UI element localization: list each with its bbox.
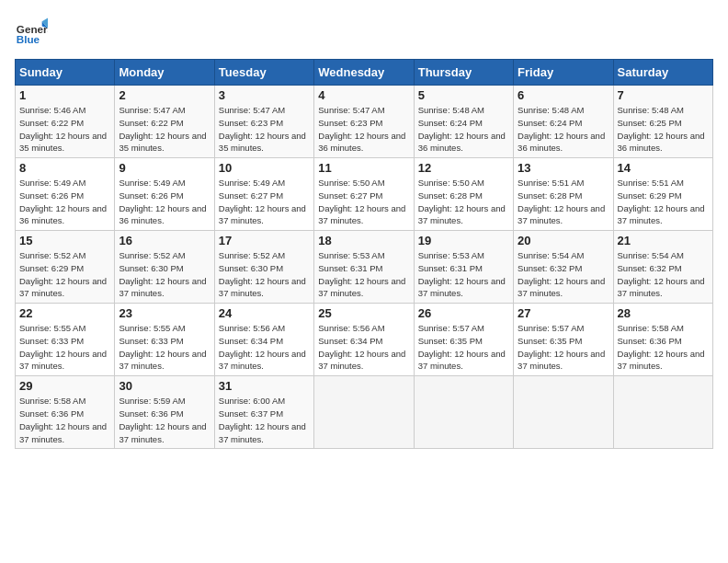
day-number: 16 [119,234,210,247]
day-number: 29 [19,379,110,393]
day-info: Sunrise: 5:47 AMSunset: 6:22 PMDaylight:… [119,104,210,155]
day-number: 11 [318,161,409,175]
day-number: 19 [418,234,509,247]
day-number: 30 [119,379,210,393]
day-number: 14 [618,161,709,175]
day-number: 8 [19,161,110,175]
day-number: 4 [318,88,409,102]
svg-text:Blue: Blue [17,33,40,45]
column-header-saturday: Saturday [613,60,712,86]
day-number: 6 [518,88,609,102]
day-info: Sunrise: 5:50 AMSunset: 6:28 PMDaylight:… [418,177,509,227]
calendar-cell: 11Sunrise: 5:50 AMSunset: 6:27 PMDayligh… [314,158,414,231]
calendar-table: SundayMondayTuesdayWednesdayThursdayFrid… [15,59,713,449]
day-number: 23 [119,306,210,320]
calendar-cell: 24Sunrise: 5:56 AMSunset: 6:34 PMDayligh… [214,304,313,376]
column-header-wednesday: Wednesday [314,60,414,86]
day-info: Sunrise: 5:48 AMSunset: 6:24 PMDaylight:… [418,104,509,155]
calendar-cell: 28Sunrise: 5:58 AMSunset: 6:36 PMDayligh… [613,304,712,376]
day-number: 3 [219,88,310,102]
calendar-week-3: 15Sunrise: 5:52 AMSunset: 6:29 PMDayligh… [16,231,713,304]
day-number: 28 [618,306,709,320]
day-info: Sunrise: 5:49 AMSunset: 6:26 PMDaylight:… [119,177,210,227]
day-info: Sunrise: 5:51 AMSunset: 6:28 PMDaylight:… [518,177,609,227]
day-info: Sunrise: 6:00 AMSunset: 6:37 PMDaylight:… [219,395,310,445]
calendar-week-5: 29Sunrise: 5:58 AMSunset: 6:36 PMDayligh… [16,376,713,449]
calendar-cell: 18Sunrise: 5:53 AMSunset: 6:31 PMDayligh… [314,231,414,304]
calendar-body: 1Sunrise: 5:46 AMSunset: 6:22 PMDaylight… [16,86,713,449]
day-number: 21 [618,234,709,247]
day-number: 31 [219,379,310,393]
calendar-cell: 10Sunrise: 5:49 AMSunset: 6:27 PMDayligh… [214,158,313,231]
calendar-cell: 21Sunrise: 5:54 AMSunset: 6:32 PMDayligh… [613,231,712,304]
day-number: 2 [119,88,210,102]
calendar-cell: 5Sunrise: 5:48 AMSunset: 6:24 PMDaylight… [414,86,513,158]
calendar-cell: 31Sunrise: 6:00 AMSunset: 6:37 PMDayligh… [214,376,313,449]
calendar-cell: 9Sunrise: 5:49 AMSunset: 6:26 PMDaylight… [115,158,214,231]
calendar-cell: 22Sunrise: 5:55 AMSunset: 6:33 PMDayligh… [16,304,115,376]
day-info: Sunrise: 5:52 AMSunset: 6:30 PMDaylight:… [119,249,210,300]
day-info: Sunrise: 5:58 AMSunset: 6:36 PMDaylight:… [19,395,110,445]
day-number: 12 [418,161,509,175]
calendar-cell: 8Sunrise: 5:49 AMSunset: 6:26 PMDaylight… [16,158,115,231]
day-number: 17 [219,234,310,247]
day-number: 10 [219,161,310,175]
calendar-cell: 27Sunrise: 5:57 AMSunset: 6:35 PMDayligh… [514,304,613,376]
calendar-cell: 29Sunrise: 5:58 AMSunset: 6:36 PMDayligh… [16,376,115,449]
day-info: Sunrise: 5:56 AMSunset: 6:34 PMDaylight:… [318,322,409,373]
calendar-cell: 20Sunrise: 5:54 AMSunset: 6:32 PMDayligh… [514,231,613,304]
day-number: 26 [418,306,509,320]
day-number: 5 [418,88,509,102]
calendar-cell [514,376,613,449]
calendar-cell: 3Sunrise: 5:47 AMSunset: 6:23 PMDaylight… [214,86,313,158]
calendar-cell: 1Sunrise: 5:46 AMSunset: 6:22 PMDaylight… [16,86,115,158]
day-number: 18 [318,234,409,247]
day-info: Sunrise: 5:52 AMSunset: 6:29 PMDaylight:… [19,249,110,300]
day-info: Sunrise: 5:48 AMSunset: 6:24 PMDaylight:… [518,104,609,155]
day-info: Sunrise: 5:53 AMSunset: 6:31 PMDaylight:… [418,249,509,300]
day-info: Sunrise: 5:57 AMSunset: 6:35 PMDaylight:… [418,322,509,373]
day-info: Sunrise: 5:51 AMSunset: 6:29 PMDaylight:… [618,177,709,227]
calendar-week-2: 8Sunrise: 5:49 AMSunset: 6:26 PMDaylight… [16,158,713,231]
calendar-cell: 6Sunrise: 5:48 AMSunset: 6:24 PMDaylight… [514,86,613,158]
day-number: 13 [518,161,609,175]
calendar-cell: 19Sunrise: 5:53 AMSunset: 6:31 PMDayligh… [414,231,513,304]
day-number: 15 [19,234,110,247]
calendar-cell: 15Sunrise: 5:52 AMSunset: 6:29 PMDayligh… [16,231,115,304]
day-info: Sunrise: 5:52 AMSunset: 6:30 PMDaylight:… [219,249,310,300]
column-header-sunday: Sunday [16,60,115,86]
calendar-cell: 30Sunrise: 5:59 AMSunset: 6:36 PMDayligh… [115,376,214,449]
day-info: Sunrise: 5:50 AMSunset: 6:27 PMDaylight:… [318,177,409,227]
day-info: Sunrise: 5:55 AMSunset: 6:33 PMDaylight:… [119,322,210,373]
day-info: Sunrise: 5:55 AMSunset: 6:33 PMDaylight:… [19,322,110,373]
calendar-cell: 17Sunrise: 5:52 AMSunset: 6:30 PMDayligh… [214,231,313,304]
column-header-friday: Friday [514,60,613,86]
day-info: Sunrise: 5:54 AMSunset: 6:32 PMDaylight:… [518,249,609,300]
day-info: Sunrise: 5:56 AMSunset: 6:34 PMDaylight:… [219,322,310,373]
day-info: Sunrise: 5:53 AMSunset: 6:31 PMDaylight:… [318,249,409,300]
day-info: Sunrise: 5:46 AMSunset: 6:22 PMDaylight:… [19,104,110,155]
calendar-cell: 25Sunrise: 5:56 AMSunset: 6:34 PMDayligh… [314,304,414,376]
column-header-tuesday: Tuesday [214,60,313,86]
column-header-thursday: Thursday [414,60,513,86]
calendar-week-4: 22Sunrise: 5:55 AMSunset: 6:33 PMDayligh… [16,304,713,376]
day-info: Sunrise: 5:57 AMSunset: 6:35 PMDaylight:… [518,322,609,373]
day-info: Sunrise: 5:58 AMSunset: 6:36 PMDaylight:… [618,322,709,373]
day-info: Sunrise: 5:49 AMSunset: 6:26 PMDaylight:… [19,177,110,227]
calendar-cell: 14Sunrise: 5:51 AMSunset: 6:29 PMDayligh… [613,158,712,231]
column-header-monday: Monday [115,60,214,86]
calendar-cell: 4Sunrise: 5:47 AMSunset: 6:23 PMDaylight… [314,86,414,158]
calendar-cell: 26Sunrise: 5:57 AMSunset: 6:35 PMDayligh… [414,304,513,376]
calendar-week-1: 1Sunrise: 5:46 AMSunset: 6:22 PMDaylight… [16,86,713,158]
day-number: 20 [518,234,609,247]
calendar-cell: 23Sunrise: 5:55 AMSunset: 6:33 PMDayligh… [115,304,214,376]
day-number: 1 [19,88,110,102]
calendar-cell [414,376,513,449]
day-info: Sunrise: 5:48 AMSunset: 6:25 PMDaylight:… [618,104,709,155]
day-number: 27 [518,306,609,320]
calendar-cell [613,376,712,449]
day-info: Sunrise: 5:59 AMSunset: 6:36 PMDaylight:… [119,395,210,445]
day-number: 7 [618,88,709,102]
calendar-cell: 13Sunrise: 5:51 AMSunset: 6:28 PMDayligh… [514,158,613,231]
logo: General Blue [15,15,48,48]
